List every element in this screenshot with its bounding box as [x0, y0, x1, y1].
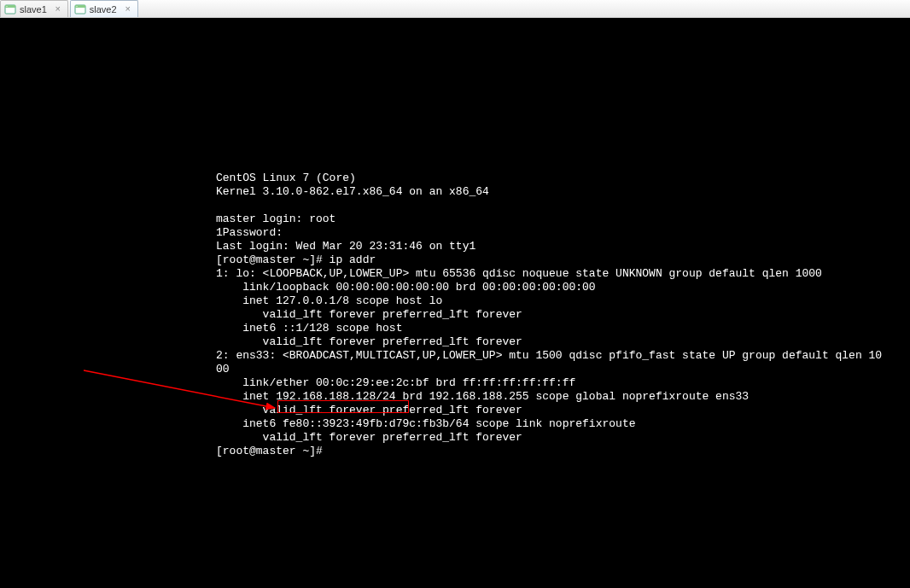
terminal-line: inet6 fe80::3923:49fb:d79c:fb3b/64 scope…: [216, 417, 635, 430]
tab-slave1[interactable]: slave1 ×: [0, 0, 68, 17]
terminal-output: CentOS Linux 7 (Core) Kernel 3.10.0-862.…: [216, 172, 882, 458]
close-icon[interactable]: ×: [54, 5, 62, 14]
terminal-line: link/loopback 00:00:00:00:00:00 brd 00:0…: [216, 281, 596, 294]
terminal-line: valid_lft forever preferred_lft forever: [216, 404, 522, 416]
terminal-tab-icon: [4, 3, 16, 15]
terminal-line: valid_lft forever preferred_lft forever: [216, 335, 522, 348]
terminal-line: 1Password:: [216, 226, 283, 239]
terminal-line: CentOS Linux 7 (Core): [216, 172, 356, 184]
terminal-line: inet 192.168.188.128/24 brd 192.168.188.…: [216, 390, 749, 403]
tab-bar: slave1 × slave2 ×: [0, 0, 910, 18]
close-icon[interactable]: ×: [124, 5, 132, 14]
terminal-line: Kernel 3.10.0-862.el7.x86_64 on an x86_6…: [216, 185, 489, 198]
terminal-line: inet 127.0.0.1/8 scope host lo: [216, 294, 442, 307]
tab-label: slave1: [20, 4, 47, 15]
terminal-viewport[interactable]: CentOS Linux 7 (Core) Kernel 3.10.0-862.…: [0, 18, 910, 588]
terminal-line: valid_lft forever preferred_lft forever: [216, 308, 522, 321]
terminal-tab-icon: [74, 3, 86, 15]
terminal-line: 1: lo: <LOOPBACK,UP,LOWER_UP> mtu 65536 …: [216, 267, 822, 280]
terminal-line: [root@master ~]# ip addr: [216, 253, 376, 266]
terminal-line: link/ether 00:0c:29:ee:2c:bf brd ff:ff:f…: [216, 376, 575, 389]
svg-point-2: [6, 5, 7, 6]
terminal-line: 00: [216, 363, 230, 376]
tab-label: slave2: [90, 4, 117, 15]
terminal-line: inet6 ::1/128 scope host: [216, 322, 402, 335]
terminal-line: 2: ens33: <BROADCAST,MULTICAST,UP,LOWER_…: [216, 349, 882, 362]
terminal-line: [root@master ~]#: [216, 445, 323, 457]
svg-point-5: [76, 5, 77, 6]
tab-slave2[interactable]: slave2 ×: [70, 0, 138, 17]
terminal-line: master login: root: [216, 212, 335, 225]
terminal-line: valid_lft forever preferred_lft forever: [216, 431, 522, 444]
terminal-line: Last login: Wed Mar 20 23:31:46 on tty1: [216, 240, 475, 253]
